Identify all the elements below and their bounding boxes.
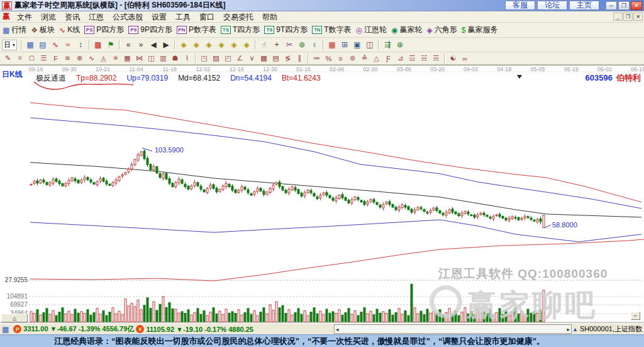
toolbar-button-9p-square[interactable]: P99P四方形 — [128, 25, 172, 35]
restore-button[interactable]: ❐ — [618, 1, 630, 10]
toolbar-button-diamond-tool-6-icon[interactable]: ◈ — [240, 39, 253, 51]
drawing-tool-infinity-tool-icon[interactable]: ∞ — [459, 54, 471, 64]
drawing-tool-hatch-tool-icon[interactable]: ▨ — [210, 54, 222, 64]
toolbar-button-quotes[interactable]: ▦行情 — [3, 25, 26, 35]
drawing-tool-parallel-lines-icon[interactable]: ∥ — [294, 54, 306, 64]
drawing-tool-cross-lines-icon[interactable]: ⋈ — [133, 54, 145, 64]
toolbar-button-p-square[interactable]: PSP四方形 — [84, 25, 124, 35]
toolbar-button-first-bar-icon[interactable]: « — [122, 39, 135, 51]
drawing-tool-levels-tool-icon[interactable]: ≡ — [335, 54, 347, 64]
toolbar-button-calculator-icon[interactable]: ⊞ — [338, 39, 351, 51]
toolbar-button-t-number-table[interactable]: TNT数字表 — [312, 25, 351, 35]
status-grid-icon[interactable]: ▦ — [2, 325, 9, 334]
horizontal-scrollbar[interactable]: ◂ ▸ — [334, 324, 572, 334]
menu-item-浏览[interactable]: 浏览 — [36, 12, 60, 22]
toolbar-button-next-bar-icon[interactable]: ▶ — [160, 39, 172, 51]
toolbar-button-winner-service[interactable]: $赢家服务 — [462, 25, 498, 35]
toolbar-button-crosshair-icon[interactable]: + — [270, 39, 283, 51]
drawing-tool-vline-set-icon[interactable]: ▥ — [157, 54, 169, 64]
toolbar-button-window-grid-icon[interactable]: ▦ — [24, 39, 36, 51]
menu-item-帮助[interactable]: 帮助 — [258, 12, 282, 22]
child-close-button[interactable]: ✕ — [633, 13, 643, 21]
drawing-tool-circle-center-icon[interactable]: ⊕ — [74, 54, 86, 64]
drawing-tool-hline-set-icon[interactable]: ☰ — [38, 54, 50, 64]
menu-item-资讯[interactable]: 资讯 — [60, 12, 84, 22]
toolbar-button-t-square[interactable]: TST四方形 — [221, 25, 260, 35]
drawing-tool-right-triangle-icon[interactable]: ⊿ — [394, 54, 406, 64]
toolbar-button-globe-tool-icon[interactable]: ♁ — [308, 39, 321, 51]
drawing-tool-trigram-b-icon[interactable]: ☵ — [418, 54, 430, 64]
drawing-tool-gann-fan-icon[interactable]: ✳ — [109, 54, 121, 64]
drawing-tool-ratio-tool-icon[interactable]: ≔ — [311, 54, 323, 64]
menu-item-设置[interactable]: 设置 — [147, 12, 171, 22]
drawing-tool-box-split-icon[interactable]: ◫ — [145, 54, 157, 64]
toolbar-button-prev-bar-icon[interactable]: ◀ — [147, 39, 160, 51]
toolbar-button-report-icon[interactable]: ▤ — [36, 39, 49, 51]
toolbar-button-scissors-icon[interactable]: ✂ — [283, 39, 296, 51]
expand-pane-button[interactable]: △ — [1, 314, 28, 322]
toolbar-button-disk-icon[interactable]: ◫ — [364, 39, 376, 51]
toolbar-button-p-number-table[interactable]: PNP数字表 — [177, 25, 216, 35]
drawing-tool-band-tool-icon[interactable]: ▤ — [270, 54, 282, 64]
toolbar-button-last-bar-icon[interactable]: » — [135, 39, 147, 51]
collapse-pane-button[interactable]: − — [631, 312, 640, 320]
toolbar-button-trend-line-icon[interactable]: ∿ — [49, 39, 62, 51]
close-button[interactable]: ✕ — [631, 1, 642, 10]
drawing-tool-marker-tool-icon[interactable]: ☗ — [169, 54, 181, 64]
drawing-tool-vee-tool-icon[interactable]: ∨ — [246, 54, 258, 64]
scroll-right-icon[interactable]: ▸ — [567, 326, 570, 333]
drawing-tool-trigram-a-icon[interactable]: ☲ — [406, 54, 418, 64]
titlebar-button-2[interactable]: 主页 — [569, 1, 599, 10]
drawing-tool-arc-tool-icon[interactable]: ∿ — [86, 54, 97, 64]
toolbar-button-save-layout-icon[interactable]: ▣ — [351, 39, 364, 51]
menu-item-交易委托[interactable]: 交易委托 — [219, 12, 258, 22]
toolbar-button-diamond-tool-1-icon[interactable]: ◈ — [177, 39, 190, 51]
toolbar-button-sectors[interactable]: ❖板块 — [31, 25, 55, 35]
titlebar-button-0[interactable]: 客服 — [505, 1, 535, 10]
toolbar-button-export-icon[interactable]: ⇶ — [381, 39, 394, 51]
toolbar-button-winner-wheel[interactable]: ◉赢家轮 — [391, 25, 422, 35]
drawing-tool-square-grid-icon[interactable]: ▦ — [121, 54, 133, 64]
menu-item-公式选股[interactable]: 公式选股 — [108, 12, 147, 22]
drawing-tool-shape-tool-icon[interactable]: ☖ — [26, 54, 38, 64]
menu-item-江恩[interactable]: 江恩 — [84, 12, 108, 22]
chart-area[interactable]: 09-1609-3010-2111-0411-1812-0212-1612-30… — [0, 65, 644, 323]
drawing-tool-triangle-tool-icon[interactable]: ◬ — [97, 54, 109, 64]
toolbar-button-hexagon[interactable]: ◈六角形 — [427, 25, 457, 35]
drawing-tool-trigram-c-icon[interactable]: ☴ — [430, 54, 442, 64]
drawing-tool-quadrant-1-icon[interactable]: ◳ — [198, 54, 210, 64]
drawing-tool-fibonacci-icon[interactable]: F — [50, 54, 62, 64]
menu-item-工具[interactable]: 工具 — [171, 12, 195, 22]
drawing-tool-pencil-tool-icon[interactable]: ✎ — [2, 54, 14, 64]
drawing-tool-yinyang-icon[interactable]: ☯ — [447, 54, 459, 64]
toolbar-button-scale-icon[interactable]: ↕ — [74, 39, 87, 51]
child-restore-button[interactable]: ❐ — [623, 13, 633, 21]
period-combo[interactable]: 日▾ — [2, 40, 17, 50]
toolbar-button-diamond-tool-4-icon[interactable]: ◈ — [215, 39, 228, 51]
toolbar-button-flag-icon[interactable]: ⚑ — [104, 39, 117, 51]
drawing-tool-zigzag-tool-icon[interactable]: ⌇ — [181, 54, 193, 64]
drawing-tool-gold-circle-icon[interactable]: ⊜ — [347, 54, 358, 64]
toolbar-button-kline[interactable]: ∿K线 — [59, 25, 80, 35]
drawing-tool-delta-tool-icon[interactable]: △ — [370, 54, 382, 64]
toolbar-button-calendar-icon[interactable]: ▦ — [326, 39, 338, 51]
menu-item-窗口[interactable]: 窗口 — [195, 12, 219, 22]
drawing-tool-gann-grid-icon[interactable]: ⌗ — [14, 54, 26, 64]
drawing-tool-channel-tool-icon[interactable]: ≶ — [282, 54, 294, 64]
toolbar-button-cycle-tool-icon[interactable]: ⊛ — [296, 39, 308, 51]
titlebar-button-1[interactable]: 论坛 — [537, 1, 567, 10]
toolbar-button-grid-area-icon[interactable]: ▩ — [92, 39, 104, 51]
menu-item-文件[interactable]: 文件 — [13, 12, 36, 22]
drawing-tool-quadrant-2-icon[interactable]: ◰ — [222, 54, 234, 64]
child-minimize-button[interactable]: _ — [613, 13, 623, 21]
minimize-button[interactable]: ─ — [606, 1, 617, 10]
toolbar-button-trend-line2-icon[interactable]: ≈ — [62, 39, 74, 51]
toolbar-button-add-data-icon[interactable]: ⊕ — [394, 39, 406, 51]
toolbar-button-diamond-tool-3-icon[interactable]: ◈ — [203, 39, 215, 51]
toolbar-button-diamond-tool-2-icon[interactable]: ◈ — [190, 39, 203, 51]
drawing-tool-fib-ext-icon[interactable]: Ƒ — [382, 54, 394, 64]
drawing-tool-dense-grid-icon[interactable]: ▩ — [258, 54, 270, 64]
drawing-tool-wave-tool-icon[interactable]: ≋ — [62, 54, 74, 64]
current-symbol-status[interactable]: ▲ SH000001,上证指数 — [572, 324, 642, 334]
toolbar-button-diamond-tool-5-icon[interactable]: ◈ — [228, 39, 240, 51]
